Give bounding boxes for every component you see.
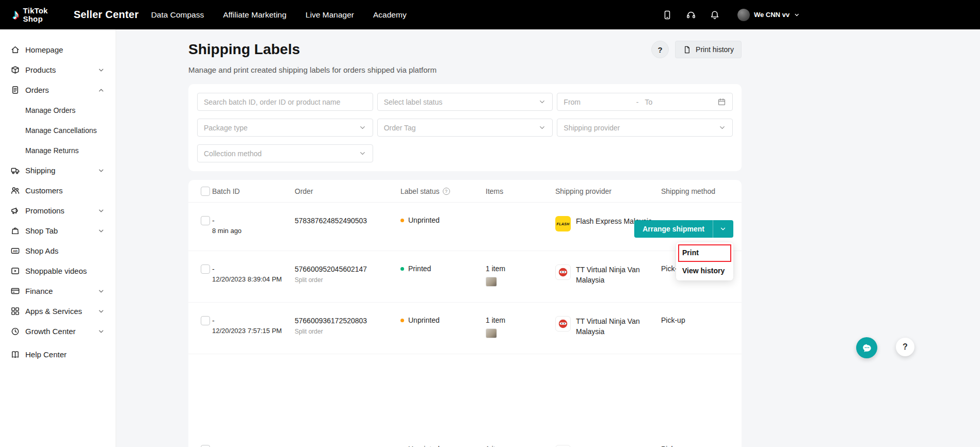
sidebar-item-shop-tab[interactable]: Shop Tab [0,221,116,241]
label-status-help-icon[interactable]: ? [443,188,450,195]
items-count: 1 item [486,264,505,273]
date-to-placeholder: To [639,98,718,106]
headset-icon[interactable] [686,10,696,20]
row-checkbox[interactable] [201,316,210,325]
order-note: Split order [295,276,400,284]
batch-time: 12/20/2023 8:39:04 PM [212,275,290,284]
page-content: Shipping Labels ? Print history Manage a… [188,29,742,447]
seller-center-title: Seller Center [74,9,139,21]
row-checkbox[interactable] [201,445,210,447]
shipping-provider-select[interactable]: Shipping provider [557,119,733,137]
status-dot [400,319,404,322]
chat-button[interactable] [856,337,877,358]
date-range-picker[interactable]: From - To [557,93,733,111]
sidebar-item-products[interactable]: Products [0,60,116,80]
megaphone-icon [10,206,20,216]
arrange-shipment-button[interactable]: Arrange shipment [634,220,713,238]
column-header-order: Order [295,187,400,195]
sidebar-item-shoppable-videos[interactable]: Shoppable videos [0,261,116,281]
sidebar-item-apps-services[interactable]: Apps & Services [0,301,116,321]
menu-item-print[interactable]: Print [676,243,733,261]
shipping-provider-placeholder: Shipping provider [564,124,620,132]
tiktok-note-icon: ♪ [12,8,20,22]
order-cell: 576600936172520803 [295,445,400,447]
status-dot [400,219,404,222]
status-cell: Unprinted [400,216,486,224]
chevron-down-icon [97,327,105,336]
product-thumbnail [486,277,497,287]
page-title: Shipping Labels [188,41,300,58]
sidebar-item-label: Shop Ads [25,246,58,255]
column-header-shipping-method: Shipping method [661,187,729,195]
logo-line-1: TikTok [23,7,48,15]
shipping-labels-table: Batch ID Order Label status ? Items Ship… [188,180,742,447]
package-type-select[interactable]: Package type [197,119,373,137]
row-checkbox[interactable] [201,216,210,225]
sidebar-item-manage-returns[interactable]: Manage Returns [0,140,116,160]
ninja-van-logo [555,264,571,280]
menu-item-view-history[interactable]: View history [676,261,733,279]
batch-cell: - 12/20/2023 7:57:15 PM [212,316,295,336]
chevron-down-icon [97,287,105,295]
user-menu[interactable]: We CNN vv [737,9,800,21]
nav-item-affiliate-marketing[interactable]: Affiliate Marketing [223,10,286,20]
items-cell: 1 item [486,316,555,338]
search-input[interactable] [197,93,373,111]
arrange-shipment-dropdown-toggle[interactable] [713,220,733,238]
table-header-row: Batch ID Order Label status ? Items Ship… [188,180,742,203]
notification-bell-icon[interactable] [710,10,720,20]
sidebar-item-shipping[interactable]: Shipping [0,160,116,180]
product-thumbnail [486,328,497,338]
sidebar-item-help-center[interactable]: Help Center [0,344,116,365]
items-count: 1 item [486,445,505,447]
user-name: We CNN vv [754,11,790,19]
ad-badge-icon: AD [10,246,20,256]
sidebar-item-label: Finance [25,287,53,295]
page-help-button[interactable]: ? [651,41,669,58]
collection-method-placeholder: Collection method [204,150,262,158]
select-all-checkbox[interactable] [201,187,210,196]
row-checkbox[interactable] [201,264,210,274]
chevron-down-icon [718,124,726,131]
sidebar-item-customers[interactable]: Customers [0,180,116,201]
chevron-down-icon [97,66,105,74]
tiktok-shop-logo[interactable]: ♪ TikTok Shop [12,7,48,23]
collection-method-select[interactable]: Collection method [197,144,373,162]
nav-item-data-compass[interactable]: Data Compass [151,10,204,20]
sidebar-item-label: Products [25,65,56,74]
label-status-select[interactable]: Select label status [377,93,553,111]
sidebar-item-manage-cancellations[interactable]: Manage Cancellations [0,120,116,140]
sidebar-item-homepage[interactable]: Homepage [0,40,116,60]
batch-cell: - 12/20/2023 8:39:04 PM [212,264,295,284]
column-header-batch-id: Batch ID [212,187,295,195]
print-history-button[interactable]: Print history [675,41,742,58]
chat-bubble-icon [861,342,873,354]
order-note: Split order [295,328,400,335]
items-count: 1 item [486,316,505,324]
order-tag-select[interactable]: Order Tag [377,119,553,137]
sidebar-item-promotions[interactable]: Promotions [0,201,116,221]
mobile-app-icon[interactable] [662,10,672,20]
help-button[interactable]: ? [896,338,914,356]
sidebar-item-label: Growth Center [25,327,76,336]
order-id: 576600936172520803 [295,445,400,447]
shopping-bag-icon [10,226,20,236]
provider-name: TT Virtual Ninja Van Malaysia [576,445,653,447]
sidebar-item-orders[interactable]: Orders [0,80,116,100]
items-cell: 1 item [486,445,555,447]
sidebar-item-growth-center[interactable]: Growth Center [0,321,116,341]
nav-item-academy[interactable]: Academy [373,10,407,20]
action-dropdown-menu: Print View history [676,242,733,280]
chevron-down-icon [97,227,105,235]
sidebar-item-finance[interactable]: Finance [0,281,116,301]
sidebar-item-label: Shoppable videos [25,267,87,275]
sidebar-item-label: Apps & Services [25,307,82,316]
column-header-items: Items [486,187,555,195]
sidebar-item-shop-ads[interactable]: AD Shop Ads [0,241,116,261]
order-tag-placeholder: Order Tag [384,124,416,132]
batch-id: - [212,316,295,325]
status-cell: Unprinted [400,445,486,447]
sidebar-item-manage-orders[interactable]: Manage Orders [0,100,116,120]
nav-item-live-manager[interactable]: Live Manager [306,10,354,20]
print-history-label: Print history [696,45,734,54]
